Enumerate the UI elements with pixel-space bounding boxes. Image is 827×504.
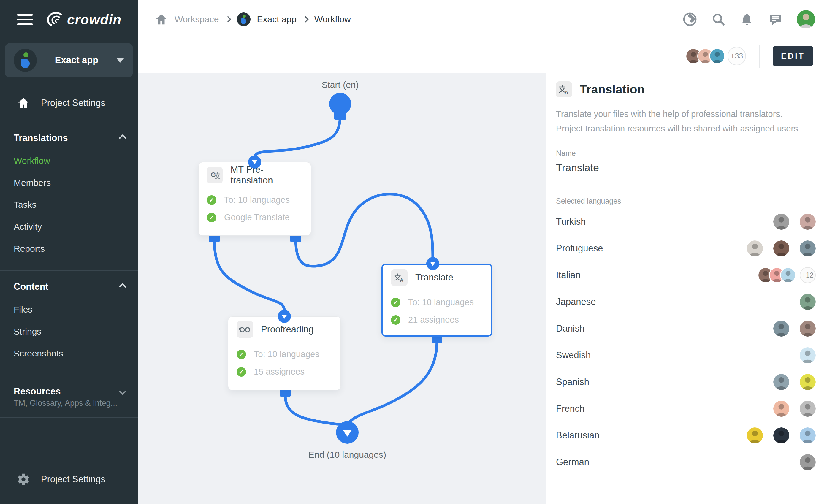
- user-avatar: [800, 374, 816, 390]
- check-icon: ✓: [207, 213, 216, 222]
- selected-languages-list: TurkishProtugueseItalian+12JapaneseDanis…: [556, 208, 816, 475]
- breadcrumb-project[interactable]: Exact app: [257, 14, 297, 24]
- node-title: Proofreading: [261, 324, 314, 335]
- name-input[interactable]: Translate: [556, 162, 751, 180]
- menu-icon[interactable]: [17, 14, 33, 25]
- section-label: Resources: [14, 386, 61, 397]
- language-assignee-avatars: [789, 454, 816, 470]
- user-avatar: [709, 48, 725, 64]
- panel-description-line1: Translate your files with the help of pr…: [556, 109, 782, 119]
- node-detail-row: ✓ 15 assignees: [237, 367, 332, 377]
- chevron-down-icon: [116, 58, 124, 63]
- node-detail-row: ✓ 21 assignees: [391, 315, 483, 325]
- sidebar-item-screenshots[interactable]: Screenshots: [0, 343, 138, 364]
- sidebar-item-files[interactable]: Files: [0, 299, 138, 320]
- sidebar-section-content[interactable]: Content: [0, 277, 138, 296]
- breadcrumb-workspace[interactable]: Workspace: [175, 14, 219, 24]
- workflow-node-translate[interactable]: A Translate ✓ To: 10 languages ✓ 21 assi…: [381, 263, 492, 337]
- crowdin-logo-text: crowdin: [67, 11, 121, 28]
- sidebar-section-translations[interactable]: Translations: [0, 129, 138, 148]
- divider: [0, 84, 138, 84]
- collaborators-overflow-badge[interactable]: +33: [728, 47, 746, 65]
- node-detail-text: 21 assignees: [408, 315, 459, 325]
- chevron-up-icon: [119, 283, 126, 290]
- language-row-french[interactable]: French: [556, 395, 816, 422]
- project-switcher[interactable]: Exact app: [5, 43, 133, 78]
- home-icon[interactable]: [154, 12, 168, 26]
- gear-icon: [17, 472, 30, 486]
- crowdin-logo[interactable]: crowdin: [45, 11, 121, 28]
- sidebar-item-members[interactable]: Members: [0, 172, 138, 194]
- panel-description: Translate your files with the help of pr…: [556, 107, 816, 136]
- language-row-japanese[interactable]: Japanese: [556, 289, 816, 315]
- globe-icon[interactable]: [683, 12, 697, 27]
- selected-languages-label: Selected languages: [556, 197, 816, 205]
- collaborator-avatars: [685, 48, 725, 64]
- user-avatar: [773, 401, 789, 417]
- language-assignee-avatars: [763, 214, 816, 230]
- language-row-swedish[interactable]: Swedish: [556, 342, 816, 369]
- sidebar-item-reports[interactable]: Reports: [0, 238, 138, 260]
- user-avatar: [773, 427, 789, 444]
- panel-header: A Translation: [556, 81, 816, 97]
- section-items: FilesStringsScreenshots: [0, 296, 138, 369]
- assignees-overflow-badge[interactable]: +12: [800, 267, 816, 283]
- language-row-belarusian[interactable]: Belarusian: [556, 422, 816, 449]
- sidebar-section-resources[interactable]: Resources: [0, 382, 138, 401]
- language-row-protuguese[interactable]: Protuguese: [556, 235, 816, 262]
- section-label: Translations: [14, 133, 68, 143]
- bell-icon[interactable]: [740, 12, 754, 27]
- sidebar: Exact app Project Settings TranslationsW…: [0, 39, 138, 504]
- crowdin-swirl-icon: [45, 12, 63, 27]
- sidebar-item-activity[interactable]: Activity: [0, 216, 138, 238]
- language-row-italian[interactable]: Italian+12: [556, 262, 816, 289]
- chat-icon[interactable]: [768, 12, 782, 27]
- chevron-right-icon: [225, 16, 231, 23]
- language-row-spanish[interactable]: Spanish: [556, 369, 816, 395]
- sidebar-item-tasks[interactable]: Tasks: [0, 194, 138, 216]
- workflow-canvas[interactable]: Start (en) G MT Pre-translation ✓: [138, 73, 546, 504]
- name-field-label: Name: [556, 149, 816, 158]
- breadcrumb-bar: Workspace Exact app Workflow: [138, 0, 827, 39]
- user-avatar: [800, 347, 816, 363]
- user-avatar: [800, 454, 816, 470]
- language-row-german[interactable]: German: [556, 449, 816, 475]
- language-row-turkish[interactable]: Turkish: [556, 208, 816, 235]
- language-name: Swedish: [556, 350, 591, 361]
- language-assignee-avatars: +12: [758, 267, 816, 283]
- breadcrumb: Workspace Exact app Workflow: [154, 12, 351, 26]
- sidebar-item-strings[interactable]: Strings: [0, 320, 138, 343]
- language-name: Spanish: [556, 377, 589, 387]
- node-detail-row: ✓ Google Translate: [207, 212, 302, 222]
- language-row-danish[interactable]: Danish: [556, 315, 816, 342]
- search-icon[interactable]: [711, 12, 726, 27]
- sidebar-item-project-settings-footer[interactable]: Project Settings: [0, 462, 138, 504]
- edit-button[interactable]: EDIT: [773, 46, 813, 66]
- workflow-node-proofreading[interactable]: Proofreading ✓ To: 10 languages ✓ 15 ass…: [228, 316, 341, 390]
- user-avatar: [773, 320, 789, 337]
- sidebar-item-project-settings[interactable]: Project Settings: [0, 91, 138, 115]
- language-assignee-avatars: [736, 427, 816, 444]
- translate-icon: A: [556, 81, 572, 97]
- language-name: Danish: [556, 323, 585, 334]
- user-avatar[interactable]: [797, 10, 815, 29]
- workflow-node-mt-pretranslation[interactable]: G MT Pre-translation ✓ To: 10 languages …: [198, 162, 311, 236]
- language-assignee-avatars: [789, 294, 816, 310]
- svg-text:A: A: [400, 278, 403, 283]
- breadcrumb-page: Workflow: [314, 14, 351, 24]
- sidebar-item-workflow[interactable]: Workflow: [0, 150, 138, 172]
- node-detail-row: ✓ To: 10 languages: [237, 349, 332, 359]
- chevron-down-icon: [119, 388, 126, 395]
- user-avatar: [780, 267, 796, 283]
- start-node-label: Start (en): [281, 80, 399, 90]
- topbar-actions: [683, 10, 815, 29]
- user-avatar: [773, 214, 789, 230]
- home-icon: [17, 96, 30, 110]
- sidebar-item-label: Project Settings: [41, 98, 105, 108]
- node-title: Translate: [415, 272, 453, 283]
- user-avatar: [800, 214, 816, 230]
- panel-title: Translation: [580, 83, 645, 96]
- language-name: Italian: [556, 270, 581, 281]
- language-name: French: [556, 403, 584, 414]
- language-assignee-avatars: [789, 347, 816, 363]
